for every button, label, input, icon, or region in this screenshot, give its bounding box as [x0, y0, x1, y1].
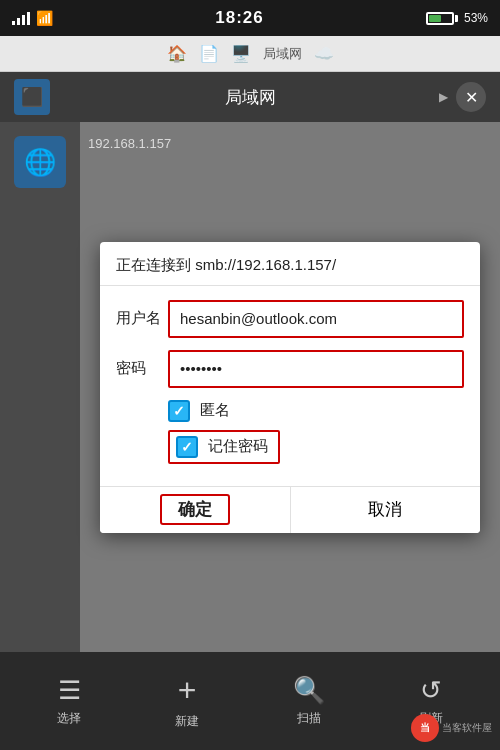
left-panel: 🌐: [0, 122, 80, 652]
right-content: 192.168.1.157 正在连接到 smb://192.168.1.157/…: [80, 122, 500, 652]
app-icon[interactable]: ⬛: [14, 79, 50, 115]
network-icon[interactable]: 🖥️: [231, 44, 251, 63]
main-content: 🌐 192.168.1.157 正在连接到 smb://192.168.1.15…: [0, 122, 500, 652]
battery-percent: 53%: [464, 11, 488, 25]
status-bar: 📶 18:26 53%: [0, 0, 500, 36]
status-right: 53%: [426, 11, 488, 25]
toolbar-new[interactable]: + 新建: [175, 672, 199, 730]
anonymous-row: ✓ 匿名: [116, 400, 464, 422]
cancel-button[interactable]: 取消: [291, 487, 481, 533]
new-label: 新建: [175, 713, 199, 730]
confirm-button[interactable]: 确定: [100, 487, 291, 533]
toolbar-scan[interactable]: 🔍 扫描: [293, 675, 325, 727]
nav-bar: 🏠 📄 🖥️ 局域网 ☁️: [0, 36, 500, 72]
refresh-icon: ↺: [420, 675, 442, 706]
chevron-icon: ▶: [439, 90, 448, 104]
close-button[interactable]: ✕: [456, 82, 486, 112]
remember-checkbox[interactable]: ✓: [176, 436, 198, 458]
nav-network-label: 局域网: [263, 45, 302, 63]
wifi-icon: 📶: [36, 10, 53, 26]
password-row: 密码: [116, 350, 464, 388]
password-input[interactable]: [168, 350, 464, 388]
toolbar-select[interactable]: ☰ 选择: [57, 675, 81, 727]
watermark-logo: 当: [411, 714, 439, 742]
username-label: 用户名: [116, 309, 168, 328]
watermark-text: 当客软件屋: [442, 721, 492, 735]
dialog-overlay: 正在连接到 smb://192.168.1.157/ 用户名 密码: [80, 122, 500, 652]
watermark: 当 当客软件屋: [411, 714, 492, 742]
confirm-label: 确定: [160, 494, 230, 525]
dialog-title: 正在连接到 smb://192.168.1.157/: [100, 242, 480, 286]
username-row: 用户名: [116, 300, 464, 338]
dialog-buttons: 确定 取消: [100, 486, 480, 533]
anonymous-checkbox[interactable]: ✓: [168, 400, 190, 422]
signal-icon: [12, 11, 30, 25]
header-title: 局域网: [225, 86, 276, 109]
select-label: 选择: [57, 710, 81, 727]
remember-label: 记住密码: [208, 437, 268, 456]
page-icon[interactable]: 📄: [199, 44, 219, 63]
password-label: 密码: [116, 359, 168, 378]
username-input[interactable]: [168, 300, 464, 338]
cancel-label: 取消: [368, 498, 402, 521]
status-time: 18:26: [215, 8, 263, 28]
battery-icon: [426, 12, 458, 25]
scan-label: 扫描: [297, 710, 321, 727]
remember-row: ✓ 记住密码: [168, 430, 280, 464]
anonymous-label: 匿名: [200, 401, 230, 420]
status-left: 📶: [12, 10, 53, 26]
new-icon: +: [178, 672, 197, 709]
bottom-toolbar: ☰ 选择 + 新建 🔍 扫描 ↺ 刷新 当 当客软件屋: [0, 652, 500, 750]
cloud-icon[interactable]: ☁️: [314, 44, 334, 63]
scan-icon: 🔍: [293, 675, 325, 706]
app-header: ⬛ 局域网 ▶ ✕: [0, 72, 500, 122]
dialog-body: 用户名 密码 ✓ 匿名: [100, 286, 480, 486]
select-icon: ☰: [58, 675, 81, 706]
home-icon[interactable]: 🏠: [167, 44, 187, 63]
login-dialog: 正在连接到 smb://192.168.1.157/ 用户名 密码: [100, 242, 480, 533]
globe-icon[interactable]: 🌐: [14, 136, 66, 188]
